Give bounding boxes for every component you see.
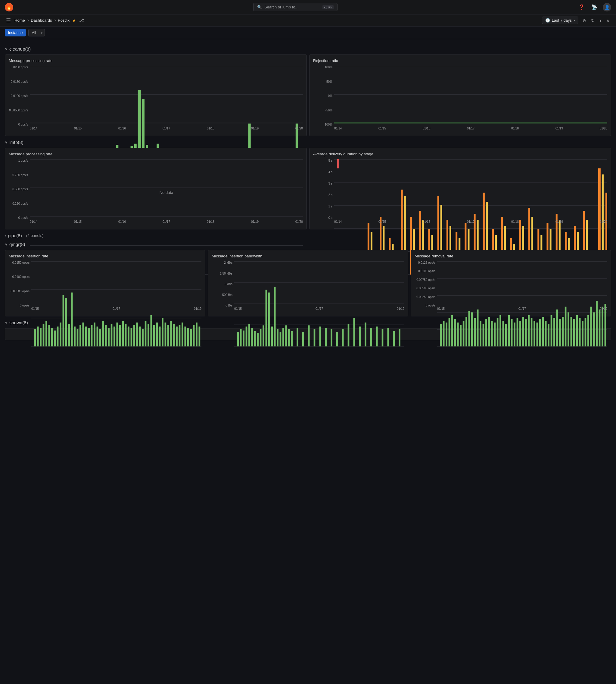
svg-rect-291 (528, 315, 530, 347)
qmgr-removal-y-axis: 0.0125 ops/s 0.0100 ops/s 0.00750 ops/s … (415, 261, 437, 312)
qmgr-bandwidth-chart-svg (234, 261, 404, 347)
breadcrumb-right: 🕐 Last 7 days ▾ ⊖ ↻ ▾ ∧ (542, 17, 612, 24)
svg-rect-151 (34, 329, 36, 347)
qmgr-bandwidth-chart: 2 kB/s 1.50 kB/s 1 kB/s 500 B/s 0 B/s (212, 261, 404, 312)
svg-rect-239 (320, 327, 321, 347)
cleanup-section-header[interactable]: ∨ cleanup(8) (5, 46, 611, 51)
svg-rect-260 (440, 324, 442, 346)
instance-filter-button[interactable]: instance (5, 29, 26, 37)
breadcrumb-current: Postfix (58, 18, 69, 23)
svg-rect-201 (176, 327, 178, 347)
time-range-label: Last 7 days (552, 18, 572, 23)
search-bar[interactable]: 🔍 Search or jump to... ctrl+k (253, 3, 337, 11)
svg-rect-308 (576, 315, 578, 347)
svg-rect-265 (454, 319, 456, 346)
svg-rect-199 (170, 321, 172, 347)
zoom-out-icon: ⊖ (582, 18, 586, 23)
svg-rect-261 (443, 321, 445, 347)
svg-rect-243 (342, 329, 344, 347)
svg-rect-218 (246, 327, 247, 347)
svg-rect-154 (43, 324, 45, 346)
svg-rect-170 (88, 328, 90, 346)
lmtp-delivery-x-axis: 01/14 01/15 01/16 01/17 01/18 01/19 01/2… (334, 220, 607, 225)
svg-rect-305 (568, 312, 569, 347)
user-avatar[interactable]: 👤 (603, 3, 611, 12)
breadcrumb-home[interactable]: Home (15, 18, 25, 23)
qmgr-insertion-rate-panel: Message insertion rate 0.0150 ops/s 0.01… (5, 250, 205, 316)
svg-rect-250 (382, 329, 383, 347)
search-icon: 🔍 (257, 5, 262, 9)
showq-section-title: showq(8) (9, 320, 28, 325)
share-button[interactable]: ⎇ (79, 18, 84, 23)
time-range-button[interactable]: 🕐 Last 7 days ▾ (542, 17, 579, 24)
svg-rect-174 (100, 329, 101, 347)
svg-rect-295 (539, 319, 541, 346)
svg-rect-304 (565, 307, 567, 347)
svg-rect-236 (302, 332, 304, 346)
breadcrumb-dashboards[interactable]: Dashboards (31, 18, 52, 23)
svg-rect-301 (556, 309, 558, 346)
svg-rect-222 (257, 333, 259, 346)
help-button[interactable]: ❓ (577, 3, 586, 12)
svg-rect-166 (77, 329, 79, 347)
zoom-out-button[interactable]: ⊖ (581, 17, 588, 24)
hamburger-button[interactable]: ☰ (5, 17, 12, 24)
svg-rect-194 (156, 323, 158, 346)
qmgr-bandwidth-y-axis: 2 kB/s 1.50 kB/s 1 kB/s 500 B/s 0 B/s (212, 261, 234, 312)
svg-rect-309 (579, 318, 581, 346)
cleanup-processing-rate-inner: 01/14 01/15 01/16 01/17 01/18 01/19 01/2… (30, 66, 303, 132)
svg-rect-219 (248, 324, 250, 346)
svg-rect-296 (542, 317, 544, 347)
svg-rect-313 (590, 307, 592, 347)
svg-rect-229 (277, 329, 279, 347)
svg-rect-245 (353, 318, 355, 346)
breadcrumb-bar: ☰ Home > Dashboards > Postfix ★ ⎇ 🕐 Last… (0, 15, 616, 26)
svg-rect-264 (451, 315, 453, 347)
svg-rect-247 (365, 323, 367, 346)
lmtp-delivery-inner: 01/14 01/15 01/16 01/17 01/18 01/19 01/2… (334, 159, 607, 225)
svg-rect-181 (119, 325, 121, 347)
all-select-wrapper: All (28, 29, 45, 37)
svg-rect-272 (474, 318, 476, 346)
svg-rect-235 (296, 328, 299, 346)
search-placeholder: Search or jump to... (264, 5, 299, 9)
news-button[interactable]: 📡 (590, 3, 598, 12)
star-button[interactable]: ★ (72, 18, 76, 23)
svg-rect-193 (153, 325, 155, 347)
svg-rect-275 (483, 324, 484, 346)
cleanup-rejection-y-axis: 100% 50% 0% -50% -100% (313, 66, 334, 132)
svg-rect-302 (559, 319, 561, 346)
svg-rect-175 (102, 321, 104, 347)
svg-rect-177 (108, 328, 110, 346)
svg-rect-303 (562, 317, 564, 347)
grafana-logo[interactable]: 🔥 (5, 3, 13, 12)
qmgr-removal-rate-title: Message removal rate (415, 254, 607, 258)
svg-rect-200 (173, 324, 175, 346)
svg-rect-217 (243, 331, 244, 347)
breadcrumb-left: ☰ Home > Dashboards > Postfix ★ ⎇ (5, 17, 84, 24)
svg-rect-224 (263, 326, 264, 347)
svg-rect-251 (388, 328, 389, 346)
svg-rect-297 (545, 321, 547, 347)
cleanup-processing-rate-panel: Message processing rate 0.0200 ops/s 0.0… (5, 54, 307, 136)
refresh-button[interactable]: ↻ (589, 17, 596, 24)
svg-rect-157 (51, 328, 53, 346)
svg-rect-274 (480, 321, 481, 347)
svg-rect-168 (83, 323, 84, 346)
svg-rect-155 (45, 321, 47, 347)
svg-rect-184 (128, 327, 130, 347)
svg-rect-227 (271, 327, 273, 347)
qmgr-insertion-bandwidth-panel: Message insertion bandwidth 2 kB/s 1.50 … (208, 250, 408, 316)
more-options-button[interactable]: ▾ (598, 17, 603, 24)
svg-rect-234 (291, 331, 293, 347)
news-icon: 📡 (591, 4, 597, 10)
lmtp-processing-x-axis: 01/14 01/15 01/16 01/17 01/18 01/19 01/2… (30, 220, 303, 225)
svg-rect-279 (494, 323, 496, 346)
collapse-button[interactable]: ∧ (604, 17, 611, 24)
svg-rect-263 (448, 318, 450, 346)
svg-rect-171 (91, 325, 93, 347)
svg-rect-182 (122, 321, 124, 347)
svg-rect-172 (94, 323, 95, 346)
svg-rect-306 (571, 317, 572, 347)
all-filter-select[interactable]: All (28, 29, 45, 37)
